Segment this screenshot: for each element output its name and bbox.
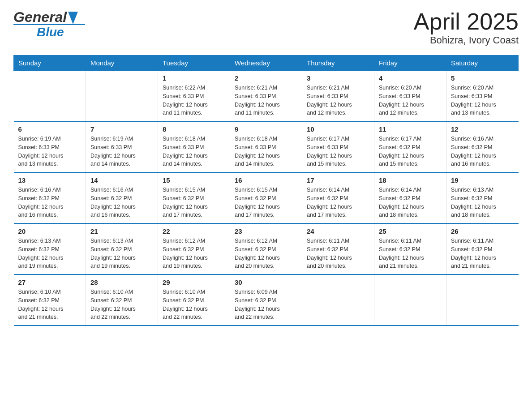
day-info: Sunrise: 6:17 AMSunset: 6:33 PMDaylight:… xyxy=(307,135,369,168)
day-number: 15 xyxy=(163,176,225,184)
calendar-week-3: 13Sunrise: 6:16 AMSunset: 6:32 PMDayligh… xyxy=(14,172,519,223)
svg-marker-0 xyxy=(68,12,78,24)
day-number: 11 xyxy=(379,125,442,133)
calendar-cell: 3Sunrise: 6:21 AMSunset: 6:33 PMDaylight… xyxy=(302,71,374,122)
day-info: Sunrise: 6:12 AMSunset: 6:32 PMDaylight:… xyxy=(163,237,225,270)
header-sunday: Sunday xyxy=(14,56,86,71)
calendar-cell: 22Sunrise: 6:12 AMSunset: 6:32 PMDayligh… xyxy=(158,223,230,274)
day-number: 21 xyxy=(90,227,153,235)
day-number: 19 xyxy=(451,176,514,184)
calendar-cell: 14Sunrise: 6:16 AMSunset: 6:32 PMDayligh… xyxy=(86,172,158,223)
calendar-week-2: 6Sunrise: 6:19 AMSunset: 6:33 PMDaylight… xyxy=(14,121,519,172)
calendar-cell: 6Sunrise: 6:19 AMSunset: 6:33 PMDaylight… xyxy=(14,121,86,172)
day-number: 18 xyxy=(379,176,442,184)
calendar-cell: 11Sunrise: 6:17 AMSunset: 6:32 PMDayligh… xyxy=(374,121,446,172)
header-tuesday: Tuesday xyxy=(158,56,230,71)
day-number: 17 xyxy=(307,176,369,184)
header-saturday: Saturday xyxy=(446,56,519,71)
logo-blue: Blue xyxy=(37,25,64,39)
day-info: Sunrise: 6:20 AMSunset: 6:33 PMDaylight:… xyxy=(451,84,514,117)
day-number: 3 xyxy=(307,74,369,82)
logo: General Blue xyxy=(13,9,85,39)
day-info: Sunrise: 6:15 AMSunset: 6:32 PMDaylight:… xyxy=(163,186,225,219)
calendar-cell: 28Sunrise: 6:10 AMSunset: 6:32 PMDayligh… xyxy=(86,274,158,325)
calendar-cell: 20Sunrise: 6:13 AMSunset: 6:32 PMDayligh… xyxy=(14,223,86,274)
calendar-cell: 24Sunrise: 6:11 AMSunset: 6:32 PMDayligh… xyxy=(302,223,374,274)
calendar-cell: 12Sunrise: 6:16 AMSunset: 6:32 PMDayligh… xyxy=(446,121,519,172)
day-number: 4 xyxy=(379,74,442,82)
day-info: Sunrise: 6:11 AMSunset: 6:32 PMDaylight:… xyxy=(451,237,514,270)
day-number: 9 xyxy=(235,125,297,133)
day-number: 5 xyxy=(451,74,514,82)
day-info: Sunrise: 6:09 AMSunset: 6:32 PMDaylight:… xyxy=(235,288,297,321)
header-row: Sunday Monday Tuesday Wednesday Thursday… xyxy=(14,56,519,71)
calendar-cell: 18Sunrise: 6:14 AMSunset: 6:32 PMDayligh… xyxy=(374,172,446,223)
calendar-cell: 10Sunrise: 6:17 AMSunset: 6:33 PMDayligh… xyxy=(302,121,374,172)
calendar-week-5: 27Sunrise: 6:10 AMSunset: 6:32 PMDayligh… xyxy=(14,274,519,325)
day-number: 26 xyxy=(451,227,514,235)
day-number: 27 xyxy=(18,278,82,286)
calendar-cell: 26Sunrise: 6:11 AMSunset: 6:32 PMDayligh… xyxy=(446,223,519,274)
calendar-header: Sunday Monday Tuesday Wednesday Thursday… xyxy=(14,56,519,71)
calendar-table: Sunday Monday Tuesday Wednesday Thursday… xyxy=(13,55,519,326)
day-info: Sunrise: 6:21 AMSunset: 6:33 PMDaylight:… xyxy=(235,84,297,117)
day-info: Sunrise: 6:19 AMSunset: 6:33 PMDaylight:… xyxy=(18,135,82,168)
calendar-cell: 15Sunrise: 6:15 AMSunset: 6:32 PMDayligh… xyxy=(158,172,230,223)
day-info: Sunrise: 6:12 AMSunset: 6:32 PMDaylight:… xyxy=(235,237,297,270)
day-number: 30 xyxy=(235,278,297,286)
day-info: Sunrise: 6:14 AMSunset: 6:32 PMDaylight:… xyxy=(379,186,442,219)
day-number: 23 xyxy=(235,227,297,235)
calendar-week-4: 20Sunrise: 6:13 AMSunset: 6:32 PMDayligh… xyxy=(14,223,519,274)
calendar-cell: 4Sunrise: 6:20 AMSunset: 6:33 PMDaylight… xyxy=(374,71,446,122)
calendar-cell: 23Sunrise: 6:12 AMSunset: 6:32 PMDayligh… xyxy=(230,223,302,274)
calendar-cell: 29Sunrise: 6:10 AMSunset: 6:32 PMDayligh… xyxy=(158,274,230,325)
calendar-cell: 7Sunrise: 6:19 AMSunset: 6:33 PMDaylight… xyxy=(86,121,158,172)
day-info: Sunrise: 6:10 AMSunset: 6:32 PMDaylight:… xyxy=(18,288,82,321)
day-info: Sunrise: 6:11 AMSunset: 6:32 PMDaylight:… xyxy=(307,237,369,270)
day-number: 20 xyxy=(18,227,82,235)
day-number: 1 xyxy=(163,74,225,82)
header-wednesday: Wednesday xyxy=(230,56,302,71)
day-number: 14 xyxy=(90,176,153,184)
calendar-cell xyxy=(374,274,446,325)
calendar-cell: 17Sunrise: 6:14 AMSunset: 6:32 PMDayligh… xyxy=(302,172,374,223)
calendar-subtitle: Bohizra, Ivory Coast xyxy=(414,34,519,46)
day-number: 8 xyxy=(163,125,225,133)
day-number: 6 xyxy=(18,125,82,133)
day-info: Sunrise: 6:10 AMSunset: 6:32 PMDaylight:… xyxy=(90,288,153,321)
calendar-cell: 13Sunrise: 6:16 AMSunset: 6:32 PMDayligh… xyxy=(14,172,86,223)
day-number: 22 xyxy=(163,227,225,235)
calendar-cell: 1Sunrise: 6:22 AMSunset: 6:33 PMDaylight… xyxy=(158,71,230,122)
day-number: 16 xyxy=(235,176,297,184)
calendar-cell xyxy=(14,71,86,122)
calendar-cell: 21Sunrise: 6:13 AMSunset: 6:32 PMDayligh… xyxy=(86,223,158,274)
calendar-cell: 9Sunrise: 6:18 AMSunset: 6:33 PMDaylight… xyxy=(230,121,302,172)
day-info: Sunrise: 6:13 AMSunset: 6:32 PMDaylight:… xyxy=(18,237,82,270)
day-number: 2 xyxy=(235,74,297,82)
day-info: Sunrise: 6:13 AMSunset: 6:32 PMDaylight:… xyxy=(451,186,514,219)
day-info: Sunrise: 6:18 AMSunset: 6:33 PMDaylight:… xyxy=(235,135,297,168)
day-number: 13 xyxy=(18,176,82,184)
day-number: 10 xyxy=(307,125,369,133)
calendar-cell xyxy=(86,71,158,122)
day-info: Sunrise: 6:16 AMSunset: 6:32 PMDaylight:… xyxy=(90,186,153,219)
day-info: Sunrise: 6:22 AMSunset: 6:33 PMDaylight:… xyxy=(163,84,225,117)
calendar-body: 1Sunrise: 6:22 AMSunset: 6:33 PMDaylight… xyxy=(14,71,519,326)
day-info: Sunrise: 6:18 AMSunset: 6:33 PMDaylight:… xyxy=(163,135,225,168)
logo-general: General xyxy=(13,9,67,26)
day-info: Sunrise: 6:21 AMSunset: 6:33 PMDaylight:… xyxy=(307,84,369,117)
day-info: Sunrise: 6:19 AMSunset: 6:33 PMDaylight:… xyxy=(90,135,153,168)
day-number: 12 xyxy=(451,125,514,133)
day-info: Sunrise: 6:10 AMSunset: 6:32 PMDaylight:… xyxy=(163,288,225,321)
calendar-cell: 25Sunrise: 6:11 AMSunset: 6:32 PMDayligh… xyxy=(374,223,446,274)
calendar-cell: 19Sunrise: 6:13 AMSunset: 6:32 PMDayligh… xyxy=(446,172,519,223)
calendar-cell: 5Sunrise: 6:20 AMSunset: 6:33 PMDaylight… xyxy=(446,71,519,122)
calendar-cell: 8Sunrise: 6:18 AMSunset: 6:33 PMDaylight… xyxy=(158,121,230,172)
calendar-title: April 2025 xyxy=(414,9,519,34)
header-thursday: Thursday xyxy=(302,56,374,71)
header-monday: Monday xyxy=(86,56,158,71)
calendar-week-1: 1Sunrise: 6:22 AMSunset: 6:33 PMDaylight… xyxy=(14,71,519,122)
calendar-cell: 27Sunrise: 6:10 AMSunset: 6:32 PMDayligh… xyxy=(14,274,86,325)
day-number: 7 xyxy=(90,125,153,133)
calendar-cell xyxy=(302,274,374,325)
